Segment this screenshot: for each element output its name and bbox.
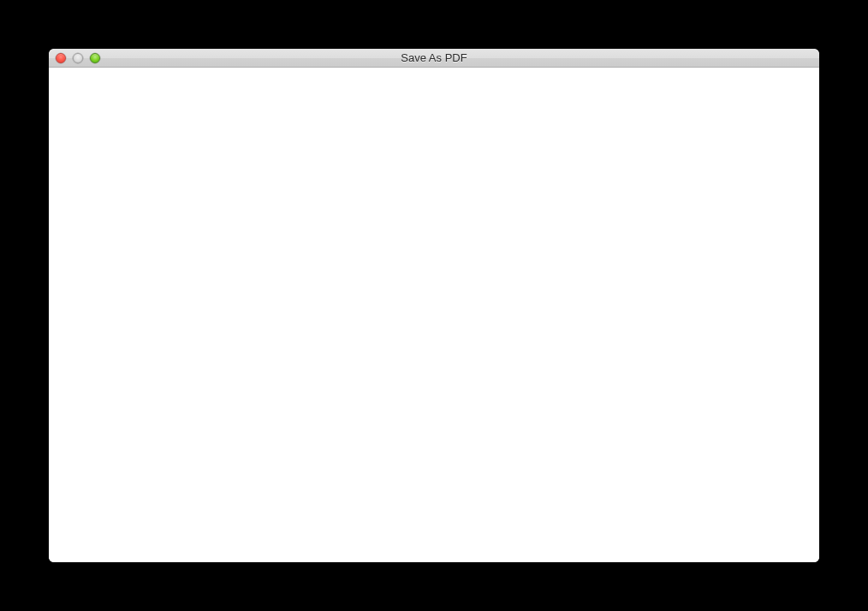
- app-window: Save As PDF: [49, 49, 819, 562]
- window-titlebar[interactable]: Save As PDF: [49, 49, 819, 68]
- close-icon[interactable]: [56, 53, 66, 63]
- minimize-icon[interactable]: [73, 53, 83, 63]
- zoom-icon[interactable]: [90, 53, 100, 63]
- window-content: [49, 68, 819, 562]
- window-title: Save As PDF: [49, 51, 819, 64]
- traffic-lights: [49, 49, 100, 67]
